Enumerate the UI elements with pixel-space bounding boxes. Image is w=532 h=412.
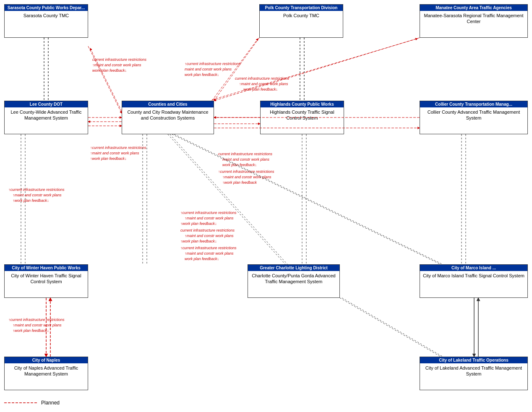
diagram-container: Sarasota County Public Works Depar... Sa… [0,0,532,412]
svg-text:current infrastructure restric: current infrastructure restrictions [180,228,235,232]
svg-text:↑maint and constr work plans: ↑maint and constr work plans [13,323,62,327]
svg-text:↑work plan feedback↓: ↑work plan feedback↓ [180,239,217,243]
manatee-county-body: Manatee-Sarasota Regional Traffic Manage… [420,11,527,26]
svg-text:↑current infrastructure restri: ↑current infrastructure restrictions [185,62,241,66]
svg-text:current infrastructure restric: current infrastructure restrictions [235,76,289,81]
charlotte-county-header: Greater Charlotte Lighting District [248,265,339,271]
lee-county-node: Lee County DOT Lee County-Wide Advanced … [4,101,88,134]
sarasota-county-header: Sarasota County Public Works Depar... [5,5,88,11]
polk-county-header: Polk County Transportation Division [260,5,343,11]
polk-county-body: Polk County TMC [260,11,343,20]
legend-planned-label: Planned [41,400,60,406]
highlands-county-body: Highlands County Traffic Signal Control … [261,107,344,123]
marco-island-body: City of Marco Island Traffic Signal Cont… [420,271,527,280]
counties-cities-body: County and City Roadway Maintenance and … [122,107,214,123]
polk-county-node: Polk County Transportation Division Polk… [259,4,343,38]
winter-haven-body: City of Winter Haven Traffic Signal Cont… [5,271,88,287]
svg-text:↑current infrastructure restri: ↑current infrastructure restrictions [8,318,65,322]
highlands-county-node: Highlands County Public Works Highlands … [260,101,344,134]
label-sarasota-infra: current infrastructure restrictions [92,57,147,62]
winter-haven-node: City of Winter Haven Public Works City o… [4,264,88,298]
svg-line-35 [172,134,441,264]
svg-line-6 [212,39,417,100]
svg-text:↑maint and constr work plans: ↑maint and constr work plans [185,216,234,220]
svg-line-0 [214,38,259,101]
svg-text:↑current infrastructure restri: ↑current infrastructure restrictions [218,169,274,174]
lee-county-body: Lee County-Wide Advanced Traffic Managem… [5,107,88,123]
svg-line-34 [170,134,287,264]
lee-county-header: Lee County DOT [5,101,88,107]
manatee-county-node: Manatee County Area Traffic Agencies Man… [420,4,528,38]
svg-text:↑maint and constr work plans: ↑maint and constr work plans [185,234,234,238]
svg-line-33 [168,134,285,264]
arrows-overlay: current infrastructure restrictions ↑mai… [0,0,532,412]
lakeland-body: City of Lakeland Advanced Traffic Manage… [420,363,527,379]
svg-text:↑current infrastructure restri: ↑current infrastructure restrictions [8,188,65,192]
svg-text:↑maint and constr work plans: ↑maint and constr work plans [239,82,288,86]
svg-text:↑maint and constr work plans: ↑maint and constr work plans [185,251,234,256]
collier-county-header: Collier County Transportation Manag... [420,101,527,107]
counties-cities-header: Counties and Cities [122,101,214,107]
collier-county-body: Collier County Advanced Traffic Manageme… [420,107,527,123]
svg-text:↑current infrastructure restri: ↑current infrastructure restrictions [180,211,237,215]
svg-text:current infrastructure restric: current infrastructure restrictions [218,152,273,156]
sarasota-county-node: Sarasota County Public Works Depar... Sa… [4,4,88,38]
legend: Planned [4,400,60,406]
svg-text:work plan feedback↓: work plan feedback↓ [185,257,219,261]
highlands-county-header: Highlands County Public Works [261,101,344,107]
svg-text:↑current infrastructure restri: ↑current infrastructure restrictions [90,146,146,150]
naples-header: City of Naples [5,357,88,363]
charlotte-county-node: Greater Charlotte Lighting District Char… [248,264,340,298]
collier-county-node: Collier County Transportation Manag... C… [420,101,528,134]
winter-haven-header: City of Winter Haven Public Works [5,265,88,271]
sarasota-counties-infra-arrow [88,46,122,113]
svg-line-1 [212,39,258,101]
svg-line-52 [342,298,443,357]
svg-line-51 [340,298,441,357]
svg-text:maint and constr work plans: maint and constr work plans [185,67,232,71]
svg-text:maint and constr work plans: maint and constr work plans [222,157,270,162]
legend-line-icon [4,400,38,405]
lakeland-node: City of Lakeland Traffic Operations City… [420,357,528,390]
svg-text:↑work plan feedback↓: ↑work plan feedback↓ [13,198,49,203]
svg-text:↑maint and constr work plans: ↑maint and constr work plans [90,151,139,155]
marco-island-header: City of Marco Island ... [420,265,527,271]
svg-text:work plan feedback↓: work plan feedback↓ [185,73,219,77]
svg-text:work plan feedback↓: work plan feedback↓ [243,87,278,91]
svg-text:↑current infrastructure restri: ↑current infrastructure restrictions [180,246,237,250]
marco-island-node: City of Marco Island ... City of Marco I… [420,264,528,298]
lakeland-header: City of Lakeland Traffic Operations [420,357,527,363]
counties-cities-node: Counties and Cities County and City Road… [122,101,214,134]
svg-text:↑work plan feedback↓: ↑work plan feedback↓ [13,329,49,333]
svg-text:↑maint and constr work plans: ↑maint and constr work plans [13,193,62,197]
naples-body: City of Naples Advanced Traffic Manageme… [5,363,88,379]
label-sarasota-feedback: work plan feedback↓ [92,68,127,73]
svg-text:↑work plan feedback: ↑work plan feedback [222,180,257,185]
naples-node: City of Naples City of Naples Advanced T… [4,357,88,390]
svg-text:↑work plan feedback↓: ↑work plan feedback↓ [180,222,217,226]
label-sarasota-maint: ↑maint and constr work plans [92,63,141,67]
svg-text:↑work plan feedback↓: ↑work plan feedback↓ [90,156,127,161]
manatee-county-header: Manatee County Area Traffic Agencies [420,5,527,11]
sarasota-county-body: Sarasota County TMC [5,11,88,20]
svg-line-36 [174,134,443,264]
svg-line-5 [214,38,420,101]
charlotte-county-body: Charlotte County/Punta Gorda Advanced Tr… [248,271,339,287]
sarasota-counties-infra-arrow-back [90,48,122,111]
svg-text:↑maint and constr work plans: ↑maint and constr work plans [222,175,271,179]
svg-text:work plan feedback↓: work plan feedback↓ [222,163,257,167]
